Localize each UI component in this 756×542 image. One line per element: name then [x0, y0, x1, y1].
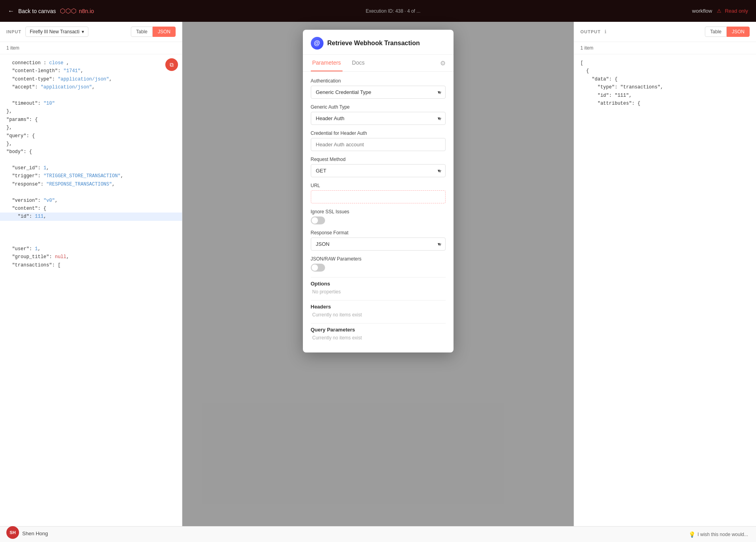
output-view-toggle: Table JSON: [705, 27, 750, 37]
readonly-badge: ⚠ Read only: [717, 8, 748, 14]
authentication-select[interactable]: Generic Credential Type ▾: [311, 86, 446, 99]
generic-auth-type-label: Generic Auth Type: [311, 104, 446, 110]
dialog-icon: @: [311, 37, 323, 50]
output-table-btn[interactable]: Table: [705, 27, 727, 37]
headers-section-title: Headers: [311, 304, 446, 310]
ignore-ssl-group: Ignore SSL Issues: [311, 209, 446, 224]
output-info-icon[interactable]: ℹ: [605, 29, 607, 34]
input-panel-header: INPUT Firefly III New Transacti ▾ Table …: [0, 22, 182, 42]
output-panel-header: OUTPUT ℹ Table JSON: [574, 22, 756, 42]
output-label: OUTPUT: [580, 29, 601, 34]
authentication-group: Authentication Generic Credential Type ▾: [311, 78, 446, 99]
input-code-area: ⧉ connection : close , "content-length":…: [0, 54, 182, 542]
generic-auth-type-select[interactable]: Header Auth ▾: [311, 112, 446, 125]
request-method-label: Request Method: [311, 157, 446, 162]
bottom-bar: SH Shen Hong 💡 I wish this node would...: [0, 526, 756, 542]
tab-parameters[interactable]: Parameters: [311, 55, 343, 71]
divider-1: [311, 277, 446, 278]
input-item-count: 1 item: [0, 42, 182, 54]
url-label: URL: [311, 183, 446, 188]
dialog-tabs: Parameters Docs ⚙: [303, 55, 454, 72]
query-params-section-title: Query Parameters: [311, 327, 446, 333]
divider-3: [311, 323, 446, 324]
ignore-ssl-toggle[interactable]: [311, 216, 325, 224]
ignore-ssl-label: Ignore SSL Issues: [311, 209, 446, 215]
input-label: INPUT: [6, 29, 21, 34]
credential-group: Credential for Header Auth: [311, 130, 446, 151]
credential-input[interactable]: [311, 138, 446, 151]
main-layout: INPUT Firefly III New Transacti ▾ Table …: [0, 22, 756, 542]
back-to-canvas[interactable]: ← Back to canvas ⬡⬡⬡ n8n.io: [8, 7, 94, 15]
execution-info: Execution ID: 438 · 4 of ...: [366, 8, 420, 14]
query-params-group: Query Parameters Currently no items exis…: [311, 327, 446, 341]
generic-auth-type-group: Generic Auth Type Header Auth ▾: [311, 104, 446, 125]
warning-icon: ⚠: [717, 8, 722, 14]
dialog: @ Retrieve Webhook Transaction Parameter…: [303, 30, 454, 352]
lightbulb-icon: 💡: [689, 531, 695, 538]
output-json-btn[interactable]: JSON: [727, 27, 750, 37]
divider-2: [311, 300, 446, 301]
options-group: Options No properties: [311, 281, 446, 295]
back-label: Back to canvas: [18, 8, 56, 14]
request-method-group: Request Method GET ▾: [311, 157, 446, 177]
copy-button[interactable]: ⧉: [165, 58, 178, 71]
dialog-title-bar: @ Retrieve Webhook Transaction: [303, 30, 454, 55]
input-panel: INPUT Firefly III New Transacti ▾ Table …: [0, 22, 182, 542]
output-item-count: 1 item: [574, 42, 756, 54]
auth-chevron-icon: ▾: [438, 89, 440, 95]
options-empty: No properties: [311, 289, 446, 295]
url-input[interactable]: [311, 190, 446, 203]
tab-docs[interactable]: Docs: [350, 55, 366, 71]
json-raw-label: JSON/RAW Parameters: [311, 256, 446, 262]
authentication-label: Authentication: [311, 78, 446, 84]
user-name: Shen Hong: [22, 531, 48, 536]
request-method-wrapper[interactable]: GET ▾: [311, 164, 446, 177]
bottom-bar-text: I wish this node would...: [698, 532, 748, 537]
url-group: URL: [311, 183, 446, 203]
input-source-dropdown[interactable]: Firefly III New Transacti ▾: [25, 27, 88, 37]
json-raw-group: JSON/RAW Parameters: [311, 256, 446, 272]
headers-group: Headers Currently no items exist: [311, 304, 446, 318]
response-format-select[interactable]: JSON ▾: [311, 237, 446, 251]
logo-dots-icon: ⬡⬡⬡: [60, 7, 77, 15]
options-section-title: Options: [311, 281, 446, 287]
response-format-chevron-icon: ▾: [438, 241, 440, 247]
output-code-area: [ { "data": { "type": "transactions", "i…: [574, 54, 756, 542]
response-format-wrapper[interactable]: JSON ▾: [311, 237, 446, 251]
center-area: @ Retrieve Webhook Transaction Parameter…: [182, 22, 574, 542]
credential-label: Credential for Header Auth: [311, 130, 446, 136]
dropdown-chevron-icon: ▾: [82, 29, 84, 34]
method-chevron-icon: ▾: [438, 168, 440, 174]
response-format-label: Response Format: [311, 230, 446, 236]
logo-text: n8n.io: [79, 8, 94, 14]
authentication-select-wrapper[interactable]: Generic Credential Type ▾: [311, 86, 446, 99]
generic-auth-chevron-icon: ▾: [438, 115, 440, 121]
dialog-title: Retrieve Webhook Transaction: [327, 40, 420, 47]
input-table-btn[interactable]: Table: [131, 27, 153, 37]
logo: ⬡⬡⬡ n8n.io: [60, 7, 94, 15]
top-bar: ← Back to canvas ⬡⬡⬡ n8n.io Execution ID…: [0, 0, 756, 22]
user-avatar: SH: [6, 526, 19, 539]
query-params-empty: Currently no items exist: [311, 335, 446, 341]
dialog-body: Authentication Generic Credential Type ▾…: [303, 72, 454, 352]
output-panel: OUTPUT ℹ Table JSON 1 item [ { "data": {…: [574, 22, 756, 542]
generic-auth-type-wrapper[interactable]: Header Auth ▾: [311, 112, 446, 125]
dialog-backdrop[interactable]: @ Retrieve Webhook Transaction Parameter…: [182, 22, 574, 542]
workflow-label: workflow: [692, 8, 712, 14]
response-format-group: Response Format JSON ▾: [311, 230, 446, 251]
json-raw-toggle[interactable]: [311, 264, 325, 272]
headers-empty: Currently no items exist: [311, 312, 446, 318]
back-arrow-icon: ←: [8, 8, 14, 15]
settings-gear-icon[interactable]: ⚙: [440, 59, 446, 67]
request-method-select[interactable]: GET ▾: [311, 164, 446, 177]
input-json-btn[interactable]: JSON: [153, 27, 176, 37]
input-view-toggle: Table JSON: [131, 27, 176, 37]
